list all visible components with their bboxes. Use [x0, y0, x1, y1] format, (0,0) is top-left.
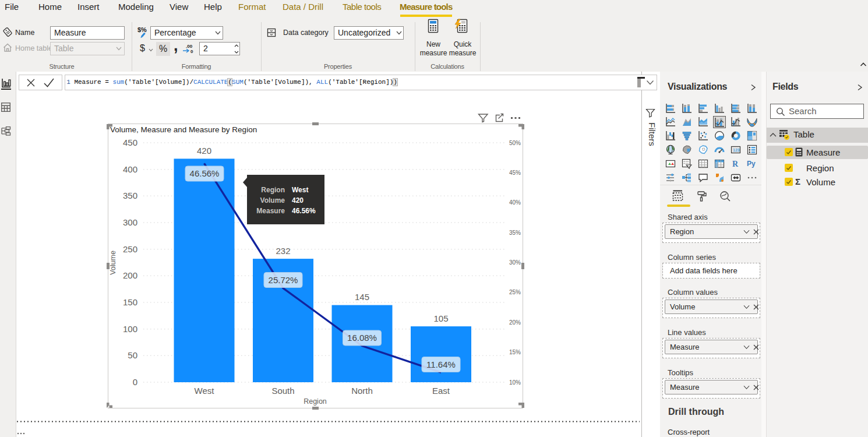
svg-text:46.56%: 46.56% [190, 168, 220, 178]
svg-text:11.64%: 11.64% [426, 360, 456, 369]
svg-text:50: 50 [128, 350, 137, 360]
svg-text:232: 232 [276, 246, 290, 256]
svg-text:25%: 25% [509, 289, 521, 295]
svg-text:East: East [432, 386, 450, 396]
svg-text:100: 100 [123, 324, 137, 334]
svg-text:25.72%: 25.72% [269, 275, 298, 285]
svg-text:Region: Region [261, 186, 285, 194]
svg-text:420: 420 [292, 196, 304, 205]
svg-text:South: South [271, 386, 294, 396]
svg-text:46.56%: 46.56% [292, 207, 316, 215]
svg-text:420: 420 [197, 146, 211, 156]
svg-text:North: North [351, 386, 373, 396]
svg-text:Volume, Measure and Measure by: Volume, Measure and Measure by Region [110, 125, 257, 134]
svg-text:200: 200 [123, 270, 137, 280]
svg-text:350: 350 [123, 191, 137, 200]
svg-text:0: 0 [133, 377, 137, 387]
svg-text:West: West [292, 186, 308, 194]
svg-text:West: West [195, 386, 215, 396]
svg-text:145: 145 [355, 292, 369, 302]
svg-text:Region: Region [304, 397, 327, 406]
svg-text:20%: 20% [509, 319, 521, 326]
svg-text:45%: 45% [509, 170, 521, 176]
svg-text:Measure: Measure [256, 207, 285, 215]
svg-text:50%: 50% [509, 140, 521, 146]
svg-text:15%: 15% [509, 349, 521, 355]
svg-text:Volume: Volume [109, 251, 117, 275]
svg-text:300: 300 [123, 217, 137, 227]
svg-text:Volume: Volume [260, 196, 285, 205]
svg-text:35%: 35% [509, 230, 521, 236]
svg-text:105: 105 [433, 313, 448, 323]
svg-text:250: 250 [123, 244, 137, 254]
svg-text:30%: 30% [509, 259, 521, 266]
svg-text:10%: 10% [509, 379, 521, 386]
svg-text:16.08%: 16.08% [347, 333, 377, 343]
svg-text:150: 150 [123, 297, 137, 307]
svg-text:450: 450 [123, 138, 137, 147]
svg-text:40%: 40% [509, 199, 521, 206]
svg-text:400: 400 [123, 164, 137, 174]
